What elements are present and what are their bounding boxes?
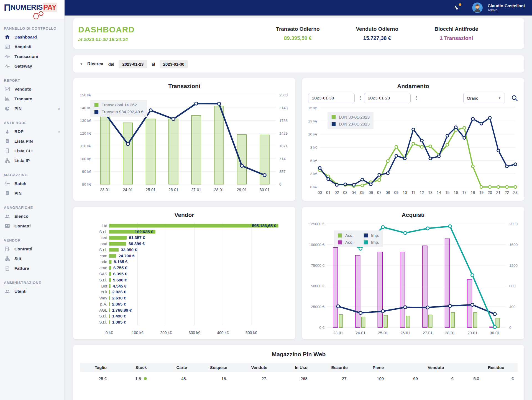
svg-text:0 €: 0 € [319, 325, 324, 330]
invoice-icon [4, 265, 10, 271]
svg-text:1786: 1786 [279, 119, 288, 123]
logo-hexagons-icon [32, 11, 44, 19]
svg-text:11: 11 [411, 190, 415, 195]
andamento-mode-select[interactable]: Orario ▼ [463, 93, 505, 103]
sidebar-item-gateway[interactable]: Gateway [0, 61, 64, 71]
legend-label: Transazioni 14.262 [102, 102, 137, 107]
legend-label: Acq. [345, 233, 354, 238]
svg-text:30-01: 30-01 [260, 188, 270, 192]
svg-text:595.186,65 €: 595.186,65 € [252, 223, 276, 228]
svg-text:09: 09 [394, 190, 398, 195]
date-from-chip[interactable]: 2023-01-23 [119, 60, 147, 68]
sidebar-item-fatture[interactable]: Fatture [0, 263, 64, 273]
sidebar-item-label: Contratti [14, 247, 32, 252]
svg-text:4.545 €: 4.545 € [113, 284, 127, 288]
sidebar-item-transato[interactable]: Transato [0, 94, 64, 104]
table-cell: 18. [200, 372, 241, 385]
sidebar-item-rdp[interactable]: RDP› [0, 127, 64, 136]
legend-label: Transato 984.292,49 € [102, 109, 143, 114]
sidebar-item-contatti[interactable]: Contatti [0, 221, 64, 231]
sidebar-item-siti[interactable]: Siti [0, 254, 64, 263]
table-header-sospese: Sospese [200, 363, 241, 372]
avatar[interactable] [472, 2, 483, 13]
user-name: Claudio Castellani [488, 3, 525, 8]
andamento-mode-value: Orario [467, 96, 479, 101]
andamento-date2-input[interactable]: 2023-01-23 [364, 93, 411, 103]
svg-text:75000 €: 75000 € [311, 263, 324, 268]
table-header-in-uso: In Uso [281, 363, 321, 372]
sidebar-item-contratti[interactable]: Contratti [0, 244, 64, 254]
sidebar-section-title: REPORT [4, 78, 64, 83]
sidebar-item-venduto[interactable]: Venduto [0, 84, 64, 94]
sidebar-item-elenco[interactable]: Elenco [0, 211, 64, 221]
sidebar-item-label: Acquisti [14, 44, 31, 49]
legend-entry: Transazioni 14.262 [94, 102, 143, 107]
svg-text:24-01: 24-01 [355, 331, 365, 335]
svg-text:3 k€: 3 k€ [310, 172, 317, 176]
svg-text:S.r.l.: S.r.l. [99, 230, 107, 234]
acquisti-chart-title: Acquisti [305, 207, 521, 218]
sidebar-item-dashboard[interactable]: Dashboard [0, 32, 64, 42]
sidebar-section-title: AMMINISTRAZIONE [4, 281, 64, 285]
sidebar-item-label: PIN [14, 191, 22, 196]
andamento-date1-input[interactable]: 2023-01-30 [308, 93, 355, 103]
sidebar-item-lista-cli[interactable]: Lista CLI [0, 146, 64, 156]
svg-text:SAS: SAS [99, 272, 107, 276]
sidebar-item-transazioni[interactable]: Transazioni [0, 52, 64, 61]
kebab-menu-icon[interactable]: ⋮ [358, 97, 361, 99]
svg-text:6.395 €: 6.395 € [113, 271, 127, 276]
svg-text:25-01: 25-01 [378, 331, 388, 335]
svg-text:0 k€: 0 k€ [310, 185, 317, 189]
sidebar-item-label: Siti [14, 256, 21, 261]
date-to-chip[interactable]: 2023-01-30 [160, 60, 188, 68]
svg-text:15: 15 [445, 190, 450, 195]
activity-notifications-icon[interactable] [453, 4, 460, 11]
stat-value: 1 Transazioni [417, 35, 496, 41]
user-menu[interactable]: Claudio Castellani Admin [488, 3, 525, 12]
legend-swatch [338, 233, 342, 238]
svg-text:2500: 2500 [279, 93, 288, 97]
table-cell: 268 [281, 372, 321, 385]
svg-text:17: 17 [462, 190, 467, 195]
sidebar-item-utenti[interactable]: Utenti [0, 286, 64, 296]
svg-text:1600: 1600 [509, 243, 518, 247]
topbar: Claudio Castellani Admin [65, 0, 532, 16]
logo[interactable]: ΠNUMERISPAY [0, 0, 64, 19]
legend-label: LUN 23-01-2023 [339, 122, 370, 126]
sidebar-item-lista-ip[interactable]: Lista IP [0, 156, 64, 165]
svg-text:04: 04 [352, 190, 356, 195]
svg-text:1200: 1200 [509, 263, 518, 268]
svg-text:140 k€: 140 k€ [80, 106, 91, 110]
sidebar-item-lista-pin[interactable]: Lista PIN [0, 136, 64, 146]
svg-text:23-01: 23-01 [333, 331, 343, 335]
sidebar-item-acquisti[interactable]: Acquisti [0, 42, 64, 52]
svg-text:1.490 €: 1.490 € [112, 314, 126, 318]
svg-text:12: 12 [420, 190, 424, 195]
svg-text:27-01: 27-01 [423, 331, 433, 335]
sidebar-item-batch[interactable]: Batch [0, 179, 64, 188]
sidebar-nav: PANNELLO DI CONTROLLODashboardAcquistiTr… [0, 26, 64, 296]
sidebar-item-pin[interactable]: PIN [0, 188, 64, 198]
svg-text:05: 05 [360, 190, 365, 195]
legend-entry: Transato 984.292,49 € [94, 109, 143, 114]
dashboard-header-card: DASHBOARD at 2023-01-30 18:24:24 Transat… [73, 18, 524, 49]
svg-text:50000 €: 50000 € [311, 284, 324, 288]
table-header-venduto: Venduto [397, 363, 457, 372]
stock-status-dot [144, 377, 147, 380]
chevron-down-icon[interactable]: ▼ [80, 62, 83, 66]
svg-text:357: 357 [279, 170, 286, 174]
svg-text:24.790 €: 24.790 € [118, 253, 135, 258]
svg-text:22: 22 [505, 190, 509, 195]
svg-text:61.357 €: 61.357 € [129, 235, 145, 240]
sidebar-item-pin[interactable]: PIN› [0, 104, 64, 113]
chevron-down-icon: ▼ [498, 96, 501, 100]
vendor-chart-card: Vendor 0 k€100 k€200 k€300 k€400 k€500 k… [73, 207, 295, 339]
kebab-menu-icon[interactable]: ⋮ [414, 97, 417, 99]
table-cell: 69€ [397, 372, 457, 385]
vendor-chart-title: Vendor [76, 207, 293, 218]
table-header-piene: Piene [361, 363, 397, 372]
andamento-search-button[interactable] [511, 94, 518, 102]
svg-text:ited: ited [101, 235, 107, 240]
svg-text:800: 800 [509, 284, 516, 288]
andamento-legend: LUN 30-01-2023LUN 23-01-2023 [328, 112, 374, 129]
